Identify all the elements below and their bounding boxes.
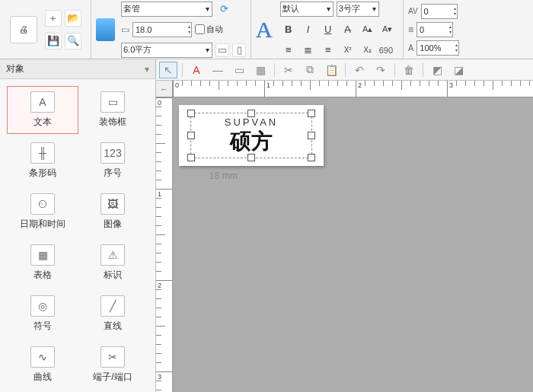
palette-icon: ⚠ [101,244,125,266]
pointer-tool[interactable]: ↖ [159,62,177,78]
object-panel-title: 对象 ▾ [0,59,155,79]
line-style-button[interactable]: — [209,62,227,78]
ruler-vertical [156,97,173,392]
palette-label: 装饰框 [99,116,126,129]
main-area: 对象 ▾ A文本▭装饰框╫条形码123序号⏲日期和时间🖼图像▦表格⚠标识◎符号╱… [0,59,533,392]
font-icon: A [256,17,273,43]
bold-button[interactable]: B [280,22,297,37]
palette-icon: ╱ [101,295,125,317]
palette-icon: ⏲ [30,193,55,215]
canvas-text-1[interactable]: SUPVAN [191,116,311,128]
material-select[interactable]: 套管 [121,2,212,17]
palette-icon: 123 [101,142,125,164]
underline-button[interactable]: U [320,22,337,37]
rect-tool[interactable]: ▭ [230,62,248,78]
bring-front-button[interactable]: ◩ [428,62,446,78]
align-left-button[interactable]: ≡ [280,43,297,58]
palette-item-条形码[interactable]: ╫条形码 [8,138,78,184]
superscript-button[interactable]: X² [340,43,356,58]
new-button[interactable]: ＋ [45,10,62,27]
open-button[interactable]: 📂 [65,10,81,27]
orient-v-button[interactable]: ▯ [232,43,246,57]
palette-item-表格[interactable]: ▦表格 [8,240,78,286]
auto-label: 自动 [206,24,223,35]
palette-label: 条形码 [29,167,56,180]
palette-icon: 🖼 [101,193,125,215]
kerning-value: 690 [379,46,393,55]
palette-icon: ✂ [101,346,125,368]
handle-sw[interactable] [187,154,195,161]
width-input[interactable]: 18.0 [132,22,192,37]
palette-item-图像[interactable]: 🖼图像 [78,189,148,235]
object-panel-label: 对象 [6,62,24,75]
palette-item-符号[interactable]: ◎符号 [8,291,78,337]
refresh-icon[interactable]: ⟳ [215,2,232,17]
ruler-horizontal [173,81,533,97]
dimension-label: 18 mm [209,171,238,181]
palette-item-端子/端口[interactable]: ✂端子/端口 [78,342,148,388]
send-back-button[interactable]: ◪ [449,62,468,78]
zoom-input[interactable]: 100% [417,40,459,56]
palette-item-曲线[interactable]: ∿曲线 [8,342,78,388]
preview-button[interactable]: 🔍 [65,33,81,49]
copy-button[interactable]: ⧉ [301,62,319,78]
spacing-group: AV 0 ≡ 0 Ā 100% [404,0,533,59]
save-button[interactable]: 💾 [45,33,62,49]
redo-button[interactable]: ↷ [372,62,390,78]
palette-item-文本[interactable]: A文本 [8,87,78,133]
top-toolbar: 🖨 ＋ 📂 💾 🔍 套管 ⟳ [0,0,533,59]
font-family-select[interactable]: 默认 [280,2,334,17]
object-panel: 对象 ▾ A文本▭装饰框╫条形码123序号⏲日期和时间🖼图像▦表格⚠标识◎符号╱… [0,59,156,392]
grid-tool[interactable]: ▦ [251,62,270,78]
file-group: 🖨 ＋ 📂 💾 🔍 [0,0,91,59]
palette-label: 标识 [104,269,122,282]
cut-button[interactable]: ✂ [279,62,298,78]
strike-button[interactable]: A̶ [340,22,356,37]
palette-item-日期和时间[interactable]: ⏲日期和时间 [8,189,78,235]
linespacing-input[interactable]: 0 [417,22,453,37]
italic-button[interactable]: I [300,22,317,37]
handle-nw[interactable] [187,110,195,117]
auto-checkbox[interactable]: 自动 [195,24,223,35]
palette-icon: ∿ [30,346,55,368]
palette-item-直线[interactable]: ╱直线 [78,291,148,337]
ruler-corner[interactable]: ← [156,81,173,97]
panel-menu-icon[interactable]: ▾ [145,64,149,75]
font-shrink-button[interactable]: A▾ [379,22,396,37]
palette-label: 曲线 [34,371,52,384]
font-grow-button[interactable]: A▴ [359,22,376,37]
palette-icon: ▭ [101,91,125,113]
palette-label: 文本 [34,116,52,129]
handle-e[interactable] [308,132,315,139]
print-button[interactable]: 🖨 [10,16,37,43]
av-input[interactable]: 0 [421,4,458,19]
palette-label: 图像 [104,218,122,231]
paste-button[interactable]: 📋 [322,62,340,78]
material-icon [96,18,115,41]
align-center-button[interactable]: ≣ [300,43,317,58]
palette-label: 直线 [104,320,122,333]
text-color-button[interactable]: A [187,62,206,78]
align-right-button[interactable]: ≡ [320,43,337,58]
delete-button[interactable]: 🗑 [400,62,418,78]
palette-label: 端子/端口 [93,371,132,384]
thickness-select[interactable]: 6.0平方 [121,43,212,58]
selection-box[interactable]: SUPVAN 硕方 [190,113,312,158]
handle-se[interactable] [308,154,315,161]
palette-item-序号[interactable]: 123序号 [78,138,148,184]
handle-w[interactable] [187,132,195,139]
subscript-button[interactable]: X₂ [359,43,376,58]
palette-item-装饰框[interactable]: ▭装饰框 [78,87,148,133]
palette-label: 符号 [34,320,52,333]
canvas-text-2[interactable]: 硕方 [191,127,311,156]
font-size-select[interactable]: 3号字 [337,2,379,17]
handle-s[interactable] [247,154,255,161]
palette-item-标识[interactable]: ⚠标识 [78,240,148,286]
palette-label: 序号 [104,167,122,180]
undo-button[interactable]: ↶ [350,62,369,78]
orient-h-button[interactable]: ▭ [215,43,229,57]
palette-label: 日期和时间 [20,218,65,231]
object-palette: A文本▭装饰框╫条形码123序号⏲日期和时间🖼图像▦表格⚠标识◎符号╱直线∿曲线… [0,79,155,392]
handle-n[interactable] [247,110,255,117]
handle-ne[interactable] [308,110,315,117]
